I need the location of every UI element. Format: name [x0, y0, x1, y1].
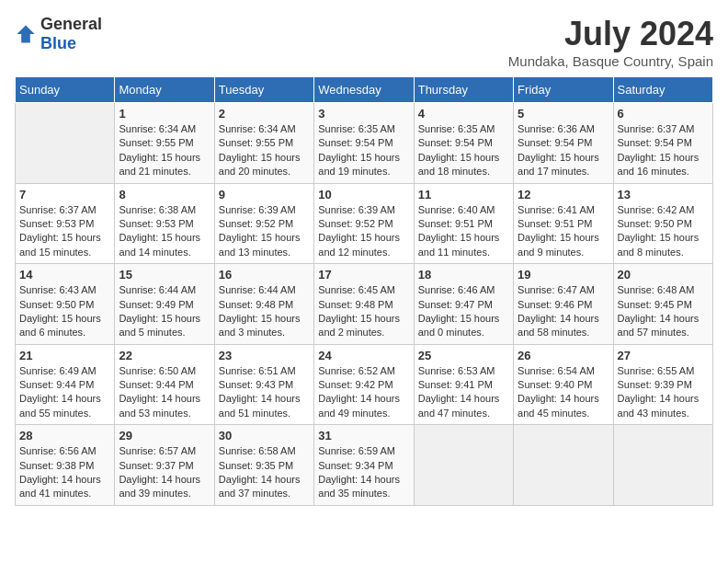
day-info: Sunrise: 6:59 AM Sunset: 9:34 PM Dayligh… [318, 444, 409, 501]
day-number: 23 [219, 349, 310, 362]
calendar-cell: 2Sunrise: 6:34 AM Sunset: 9:55 PM Daylig… [214, 103, 313, 184]
day-info: Sunrise: 6:38 AM Sunset: 9:53 PM Dayligh… [119, 203, 210, 260]
calendar-cell: 6Sunrise: 6:37 AM Sunset: 9:54 PM Daylig… [613, 103, 712, 184]
day-header-sunday: Sunday [16, 77, 115, 103]
day-header-monday: Monday [115, 77, 214, 103]
day-info: Sunrise: 6:34 AM Sunset: 9:55 PM Dayligh… [219, 122, 310, 179]
day-info: Sunrise: 6:52 AM Sunset: 9:42 PM Dayligh… [318, 364, 409, 421]
day-info: Sunrise: 6:56 AM Sunset: 9:38 PM Dayligh… [19, 444, 110, 501]
calendar-cell: 17Sunrise: 6:45 AM Sunset: 9:48 PM Dayli… [314, 264, 414, 345]
day-number: 11 [418, 188, 509, 201]
day-info: Sunrise: 6:47 AM Sunset: 9:46 PM Dayligh… [518, 283, 609, 340]
day-number: 1 [119, 107, 210, 121]
day-header-wednesday: Wednesday [314, 77, 414, 103]
day-info: Sunrise: 6:44 AM Sunset: 9:48 PM Dayligh… [219, 283, 310, 340]
calendar-cell [514, 425, 613, 506]
day-info: Sunrise: 6:35 AM Sunset: 9:54 PM Dayligh… [318, 122, 409, 179]
calendar-cell [613, 425, 712, 506]
calendar-cell: 11Sunrise: 6:40 AM Sunset: 9:51 PM Dayli… [414, 183, 513, 264]
logo-text-general: General [40, 15, 102, 33]
calendar-cell [16, 103, 115, 184]
calendar-week-row: 28Sunrise: 6:56 AM Sunset: 9:38 PM Dayli… [16, 425, 713, 506]
day-number: 28 [19, 429, 110, 442]
calendar-cell: 31Sunrise: 6:59 AM Sunset: 9:34 PM Dayli… [314, 425, 414, 506]
day-info: Sunrise: 6:51 AM Sunset: 9:43 PM Dayligh… [219, 364, 310, 421]
calendar-cell: 29Sunrise: 6:57 AM Sunset: 9:37 PM Dayli… [115, 425, 214, 506]
calendar-cell: 16Sunrise: 6:44 AM Sunset: 9:48 PM Dayli… [214, 264, 313, 345]
day-header-tuesday: Tuesday [214, 77, 313, 103]
day-number: 16 [219, 268, 310, 282]
day-info: Sunrise: 6:53 AM Sunset: 9:41 PM Dayligh… [418, 364, 509, 421]
calendar-cell: 5Sunrise: 6:36 AM Sunset: 9:54 PM Daylig… [514, 103, 613, 184]
page-header: General Blue July 2024 Mundaka, Basque C… [15, 15, 713, 69]
calendar-cell: 10Sunrise: 6:39 AM Sunset: 9:52 PM Dayli… [314, 183, 414, 264]
day-number: 19 [518, 268, 609, 282]
day-number: 22 [119, 349, 210, 362]
day-number: 5 [518, 107, 609, 121]
day-number: 2 [219, 107, 310, 121]
day-header-friday: Friday [514, 77, 613, 103]
calendar-cell: 26Sunrise: 6:54 AM Sunset: 9:40 PM Dayli… [514, 344, 613, 425]
day-info: Sunrise: 6:39 AM Sunset: 9:52 PM Dayligh… [318, 203, 409, 260]
calendar-cell: 7Sunrise: 6:37 AM Sunset: 9:53 PM Daylig… [16, 183, 115, 264]
day-header-thursday: Thursday [414, 77, 513, 103]
svg-marker-0 [17, 25, 34, 42]
day-info: Sunrise: 6:45 AM Sunset: 9:48 PM Dayligh… [318, 283, 409, 340]
day-number: 3 [318, 107, 409, 121]
logo-text-blue: Blue [40, 34, 76, 52]
day-info: Sunrise: 6:41 AM Sunset: 9:51 PM Dayligh… [518, 203, 609, 260]
day-info: Sunrise: 6:58 AM Sunset: 9:35 PM Dayligh… [219, 444, 310, 501]
calendar-cell: 30Sunrise: 6:58 AM Sunset: 9:35 PM Dayli… [214, 425, 313, 506]
title-area: July 2024 Mundaka, Basque Country, Spain [508, 15, 713, 69]
day-number: 17 [318, 268, 409, 282]
day-number: 6 [618, 107, 709, 121]
day-number: 9 [219, 188, 310, 201]
calendar-cell: 8Sunrise: 6:38 AM Sunset: 9:53 PM Daylig… [115, 183, 214, 264]
calendar-week-row: 1Sunrise: 6:34 AM Sunset: 9:55 PM Daylig… [16, 103, 713, 184]
day-info: Sunrise: 6:40 AM Sunset: 9:51 PM Dayligh… [418, 203, 509, 260]
day-number: 30 [219, 429, 310, 442]
day-header-saturday: Saturday [613, 77, 712, 103]
calendar-cell: 9Sunrise: 6:39 AM Sunset: 9:52 PM Daylig… [214, 183, 313, 264]
day-info: Sunrise: 6:37 AM Sunset: 9:53 PM Dayligh… [19, 203, 110, 260]
logo: General Blue [15, 15, 102, 53]
day-number: 21 [19, 349, 110, 362]
calendar-cell: 1Sunrise: 6:34 AM Sunset: 9:55 PM Daylig… [115, 103, 214, 184]
calendar-cell [414, 425, 513, 506]
calendar-cell: 13Sunrise: 6:42 AM Sunset: 9:50 PM Dayli… [613, 183, 712, 264]
day-number: 26 [518, 349, 609, 362]
calendar-cell: 28Sunrise: 6:56 AM Sunset: 9:38 PM Dayli… [16, 425, 115, 506]
day-number: 4 [418, 107, 509, 121]
calendar-cell: 3Sunrise: 6:35 AM Sunset: 9:54 PM Daylig… [314, 103, 414, 184]
calendar-cell: 25Sunrise: 6:53 AM Sunset: 9:41 PM Dayli… [414, 344, 513, 425]
day-number: 18 [418, 268, 509, 282]
calendar-week-row: 21Sunrise: 6:49 AM Sunset: 9:44 PM Dayli… [16, 344, 713, 425]
day-info: Sunrise: 6:55 AM Sunset: 9:39 PM Dayligh… [618, 364, 709, 421]
logo-icon [15, 23, 37, 45]
day-number: 25 [418, 349, 509, 362]
day-info: Sunrise: 6:57 AM Sunset: 9:37 PM Dayligh… [119, 444, 210, 501]
day-info: Sunrise: 6:43 AM Sunset: 9:50 PM Dayligh… [19, 283, 110, 340]
calendar-week-row: 14Sunrise: 6:43 AM Sunset: 9:50 PM Dayli… [16, 264, 713, 345]
calendar-cell: 19Sunrise: 6:47 AM Sunset: 9:46 PM Dayli… [514, 264, 613, 345]
day-number: 20 [618, 268, 709, 282]
calendar-table: SundayMondayTuesdayWednesdayThursdayFrid… [15, 76, 713, 506]
day-info: Sunrise: 6:34 AM Sunset: 9:55 PM Dayligh… [119, 122, 210, 179]
day-number: 13 [618, 188, 709, 201]
calendar-cell: 22Sunrise: 6:50 AM Sunset: 9:44 PM Dayli… [115, 344, 214, 425]
day-number: 27 [618, 349, 709, 362]
day-info: Sunrise: 6:39 AM Sunset: 9:52 PM Dayligh… [219, 203, 310, 260]
calendar-cell: 4Sunrise: 6:35 AM Sunset: 9:54 PM Daylig… [414, 103, 513, 184]
calendar-cell: 23Sunrise: 6:51 AM Sunset: 9:43 PM Dayli… [214, 344, 313, 425]
day-number: 29 [119, 429, 210, 442]
calendar-cell: 24Sunrise: 6:52 AM Sunset: 9:42 PM Dayli… [314, 344, 414, 425]
day-info: Sunrise: 6:42 AM Sunset: 9:50 PM Dayligh… [618, 203, 709, 260]
calendar-cell: 12Sunrise: 6:41 AM Sunset: 9:51 PM Dayli… [514, 183, 613, 264]
day-number: 7 [19, 188, 110, 201]
day-info: Sunrise: 6:36 AM Sunset: 9:54 PM Dayligh… [518, 122, 609, 179]
calendar-cell: 20Sunrise: 6:48 AM Sunset: 9:45 PM Dayli… [613, 264, 712, 345]
day-number: 31 [318, 429, 409, 442]
calendar-week-row: 7Sunrise: 6:37 AM Sunset: 9:53 PM Daylig… [16, 183, 713, 264]
day-number: 15 [119, 268, 210, 282]
day-info: Sunrise: 6:48 AM Sunset: 9:45 PM Dayligh… [618, 283, 709, 340]
